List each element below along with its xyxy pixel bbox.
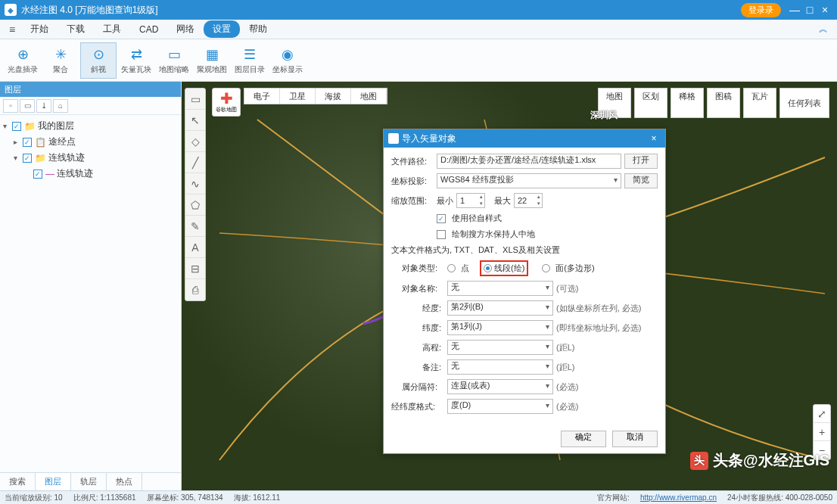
radio-line[interactable]: [484, 264, 492, 272]
radio-point[interactable]: [447, 264, 456, 272]
status-phone: 24小时客服热线: 400-028-0050: [727, 493, 832, 503]
expander-icon[interactable]: ▾: [14, 154, 23, 162]
titlebar: ◆ 水经注图 4.0 [万能地图查询1级版] 登录录 — □ ×: [0, 0, 837, 20]
browse-button[interactable]: 简览: [624, 173, 658, 188]
stool-pick[interactable]: ✎: [185, 216, 205, 237]
tool-coords[interactable]: ◉坐标显示: [269, 42, 306, 79]
expander-icon[interactable]: ▾: [3, 122, 12, 130]
fmt-select[interactable]: 度(D): [447, 399, 553, 414]
mtab-satellite[interactable]: 卫星: [280, 89, 316, 104]
close-button[interactable]: ×: [817, 4, 832, 16]
watermark-icon: 头: [690, 452, 708, 470]
zoom-min-input[interactable]: 1: [456, 193, 485, 208]
mtab-electronic[interactable]: 电子: [244, 89, 280, 104]
menu-tools[interactable]: 工具: [94, 20, 130, 38]
tool-vector[interactable]: ⇄矢量瓦块: [118, 42, 154, 79]
tree-child-3[interactable]: ✓ — 连线轨迹: [3, 166, 178, 182]
stool-print[interactable]: ⎙: [185, 279, 205, 300]
minimize-button[interactable]: —: [787, 4, 802, 16]
stool-rect[interactable]: ▭: [185, 89, 205, 110]
tree-child-2[interactable]: ▾ ✓ 📁 连线轨迹: [3, 150, 178, 166]
tool-tilt[interactable]: ⊙斜视: [80, 42, 117, 79]
app-logo-icon: ◆: [5, 4, 17, 16]
mtab-elevation[interactable]: 海拔: [316, 89, 351, 104]
status-alt: 海拔: 1612.11: [234, 493, 281, 503]
radio-polygon[interactable]: [542, 264, 550, 272]
check2[interactable]: [437, 230, 446, 239]
fullscreen-icon[interactable]: ⤢: [814, 405, 830, 423]
zoom-in-icon[interactable]: +: [814, 423, 830, 441]
expander-icon[interactable]: ▸: [14, 138, 23, 146]
mtab-r-tile[interactable]: 瓦片: [743, 88, 776, 118]
alt-label: 高程:: [402, 342, 444, 353]
alt-select[interactable]: 无: [447, 340, 553, 355]
status-zoom: 当前缩放级别: 10: [5, 493, 63, 503]
lat-select[interactable]: 第1列(J): [447, 320, 553, 335]
tool-overview[interactable]: ▦聚观地图: [194, 42, 230, 79]
map-top-right: 地图 区划 稀格 图稿 瓦片 任何列表: [598, 88, 829, 118]
maximize-button[interactable]: □: [802, 4, 817, 16]
ok-button[interactable]: 确定: [561, 431, 606, 447]
collapse-ribbon-icon[interactable]: ︽: [819, 23, 834, 36]
map-area[interactable]: ▭ ↖ ◇ ╱ ∿ ⬠ ✎ A ⊟ ⎙ ✚ 谷歌地图 电子 卫星 海拔 地图: [182, 82, 837, 490]
mtab-r-district[interactable]: 区划: [634, 88, 667, 118]
stool-text[interactable]: A: [185, 237, 205, 258]
panel-btn-home[interactable]: ⌂: [53, 99, 68, 113]
checkbox-icon[interactable]: ✓: [23, 138, 32, 147]
sep-select[interactable]: 连显(或表): [447, 379, 553, 394]
dialog-close-button[interactable]: ×: [647, 133, 661, 144]
file-path-input[interactable]: D:/测图/太姜办还置/途经点/连续轨迹1.xlsx: [437, 154, 621, 169]
toolbar: ⊕光盘插录 ✳聚合 ⊙斜视 ⇄矢量瓦块 ▭地图缩略 ▦聚观地图 ☰图层目录 ◉坐…: [0, 39, 837, 82]
tree-root[interactable]: ▾ ✓ 📁 我的图层: [3, 118, 178, 134]
menu-settings[interactable]: 设置: [204, 20, 240, 38]
panel-btn-import[interactable]: ⤓: [36, 99, 51, 113]
tree-child-1[interactable]: ▸ ✓ 📋 途经点: [3, 134, 178, 150]
panel-btn-open[interactable]: ▭: [20, 99, 35, 113]
menu-network[interactable]: 网络: [167, 20, 204, 38]
status-link[interactable]: http://www.rivermap.cn: [640, 493, 717, 502]
objtype-label: 对象类型:: [402, 263, 444, 274]
mtab-expand[interactable]: 任何列表: [779, 88, 829, 118]
tool-aggregate[interactable]: ✳聚合: [42, 42, 79, 79]
tool-disc[interactable]: ⊕光盘插录: [5, 42, 41, 79]
ltab-layers[interactable]: 图层: [36, 473, 71, 490]
layer-tree: ▾ ✓ 📁 我的图层 ▸ ✓ 📋 途经点 ▾ ✓ 📁 连线轨迹 ✓ —: [0, 115, 181, 472]
checkbox-icon[interactable]: ✓: [23, 154, 32, 163]
open-file-button[interactable]: 打开: [624, 154, 658, 169]
mtab-r-grid[interactable]: 稀格: [671, 88, 704, 118]
rect-icon: ▭: [168, 46, 181, 63]
menu-download[interactable]: 下载: [58, 20, 94, 38]
ltab-search[interactable]: 搜索: [0, 473, 36, 490]
checkbox-icon[interactable]: ✓: [33, 170, 42, 179]
highlighted-option: 线段(绘): [480, 260, 528, 276]
mtab-map[interactable]: 地图: [351, 89, 387, 104]
tool-thumbnail[interactable]: ▭地图缩略: [156, 42, 192, 79]
stool-line[interactable]: ╱: [185, 152, 205, 173]
lng-select[interactable]: 第2列(B): [447, 300, 553, 316]
menu-cad[interactable]: CAD: [130, 22, 167, 37]
check1[interactable]: ✓: [437, 214, 446, 223]
mtab-r-draft[interactable]: 图稿: [707, 88, 740, 118]
statusbar: 当前缩放级别: 10 比例尺: 1:1135681 屏幕坐标: 305, 748…: [0, 490, 837, 504]
map-provider-logo[interactable]: ✚ 谷歌地图: [212, 88, 241, 117]
stool-pin[interactable]: ◇: [185, 131, 205, 152]
stool-polyline[interactable]: ∿: [185, 173, 205, 194]
ltab-hot[interactable]: 热点: [107, 473, 142, 490]
stool-arrow[interactable]: ↖: [185, 110, 205, 131]
import-dialog: 导入矢量对象 × 文件路径: D:/测图/太姜办还置/途经点/连续轨迹1.xls…: [383, 129, 666, 454]
menu-help[interactable]: 帮助: [240, 20, 276, 38]
stool-polygon[interactable]: ⬠: [185, 194, 205, 216]
tool-layers[interactable]: ☰图层目录: [232, 42, 268, 79]
remark-select[interactable]: 无: [447, 359, 553, 375]
panel-btn-new[interactable]: ▫: [3, 99, 18, 113]
stool-ruler[interactable]: ⊟: [185, 258, 205, 279]
checkbox-icon[interactable]: ✓: [12, 122, 21, 131]
name-select[interactable]: 无: [447, 281, 553, 296]
coord-select[interactable]: WGS84 经纬度投影: [437, 173, 621, 188]
hamburger-icon[interactable]: ≡: [3, 23, 21, 36]
cancel-button[interactable]: 取消: [612, 431, 658, 447]
ltab-tracks[interactable]: 轨层: [71, 473, 107, 490]
login-button[interactable]: 登录录: [741, 3, 781, 17]
zoom-max-input[interactable]: 22: [514, 193, 543, 208]
menu-start[interactable]: 开始: [21, 20, 58, 38]
